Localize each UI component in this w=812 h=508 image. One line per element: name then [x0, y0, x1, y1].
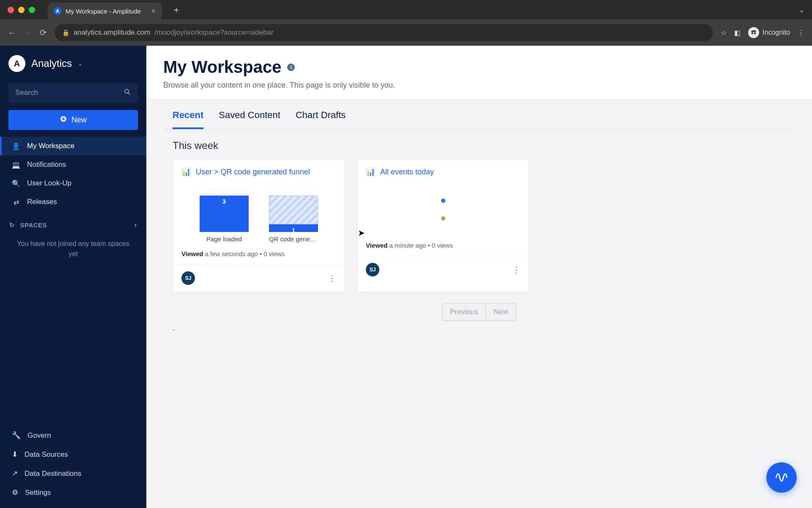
incognito-indicator[interactable]: Incognito	[748, 27, 790, 38]
releases-icon: ⇄	[12, 198, 20, 206]
amplitude-favicon-icon: A	[54, 7, 61, 15]
sidebar-item-my-workspace[interactable]: 👤My Workspace	[0, 137, 146, 155]
next-button[interactable]: Next	[486, 303, 516, 321]
bar-value: 3	[200, 196, 249, 232]
sidebar-item-settings[interactable]: ⚙Settings	[0, 483, 146, 502]
person-icon: 👤	[12, 142, 20, 150]
page-title: My Workspace	[163, 58, 281, 77]
main-content: My Workspace i Browse all your content i…	[146, 46, 812, 508]
chart-icon: 📊	[181, 167, 191, 177]
amplitude-logo-icon	[774, 469, 789, 486]
panel-icon[interactable]: ◧	[734, 29, 741, 37]
previous-button[interactable]: Previous	[442, 303, 486, 321]
funnel-bar-1: 1 QR code generat...	[269, 196, 318, 243]
sidebar-item-user-lookup[interactable]: 🔍User Look-Up	[0, 174, 146, 193]
maximize-window-icon[interactable]	[29, 7, 35, 13]
browser-chrome: A My Workspace - Amplitude × ＋ ⌄ ← → ⟳ 🔒…	[0, 0, 812, 46]
chevron-right-icon[interactable]: ›	[134, 221, 137, 229]
search-input[interactable]	[15, 88, 123, 97]
search-input-wrap[interactable]	[8, 83, 138, 102]
chart-icon: 📊	[366, 167, 375, 177]
scatter-point-a	[441, 199, 445, 203]
tabs-dropdown-icon[interactable]: ⌄	[799, 6, 804, 14]
tab-chart-drafts[interactable]: Chart Drafts	[296, 110, 346, 129]
pagination: Previous Next	[163, 303, 795, 321]
card-all-events[interactable]: 📊 All events today Viewed a minute ago •	[357, 159, 529, 292]
url-path: /moodjoy/workspace?source=sidebar	[154, 28, 273, 37]
minimize-window-icon[interactable]	[18, 7, 25, 13]
forward-button[interactable]: →	[24, 28, 32, 38]
card-title[interactable]: All events today	[380, 168, 434, 177]
new-button[interactable]: New	[8, 110, 138, 130]
incognito-label: Incognito	[763, 29, 790, 36]
page-header: My Workspace i Browse all your content i…	[146, 46, 812, 99]
viewed-label: Viewed	[181, 250, 203, 257]
bar-label: Page loaded	[206, 235, 242, 243]
cards-row: 📊 User > QR code generated funnel 3 Page…	[163, 159, 795, 292]
url-host: analytics.amplitude.com	[74, 28, 150, 37]
views-count: 0 views	[263, 250, 285, 257]
scatter-chart	[365, 188, 521, 234]
browser-tab[interactable]: A My Workspace - Amplitude ×	[48, 3, 162, 19]
svg-line-3	[128, 93, 130, 94]
card-title[interactable]: User > QR code generated funnel	[196, 168, 310, 177]
viewed-time: a minute ago	[390, 242, 426, 249]
sidebar-item-notifications[interactable]: 💻Notifications	[0, 155, 146, 174]
dash-text: -	[163, 321, 795, 339]
svg-point-1	[754, 32, 756, 34]
new-tab-button[interactable]: ＋	[172, 3, 181, 16]
kebab-menu-icon[interactable]: ⋮	[798, 29, 804, 37]
funnel-chart: 3 Page loaded 1 QR code generat...	[181, 188, 337, 243]
card-kebab-icon[interactable]: ⋯	[512, 266, 522, 274]
svg-point-0	[752, 32, 754, 34]
spaces-empty-text: You have not joined any team spaces yet	[0, 235, 146, 263]
back-button[interactable]: ←	[8, 28, 16, 38]
assistant-fab[interactable]	[766, 462, 797, 493]
card-meta: Viewed a minute ago • 0 views	[357, 240, 529, 256]
spaces-header[interactable]: ↻ SPACES ›	[0, 211, 146, 235]
app-root: A Analytics ⌄ New 👤My Workspace 💻Notific…	[0, 46, 812, 508]
external-icon: ↗	[12, 469, 18, 478]
close-window-icon[interactable]	[8, 7, 14, 13]
card-meta: Viewed a few seconds ago • 0 views	[173, 248, 345, 264]
window-controls	[8, 7, 35, 13]
chevron-down-icon[interactable]: ⌄	[78, 60, 83, 67]
views-count: 0 views	[432, 242, 453, 249]
lock-icon: 🔒	[62, 29, 69, 36]
incognito-icon	[748, 27, 759, 38]
refresh-icon: ↻	[9, 221, 15, 229]
avatar[interactable]: SJ	[181, 271, 195, 285]
viewed-label: Viewed	[366, 242, 387, 249]
bookmark-icon[interactable]: ☆	[721, 29, 727, 37]
sidebar-item-data-sources[interactable]: ⬇Data Sources	[0, 445, 146, 464]
titlebar: A My Workspace - Amplitude × ＋ ⌄	[0, 0, 812, 19]
close-tab-icon[interactable]: ×	[151, 7, 156, 16]
page-subtitle: Browse all your content in one place. Th…	[163, 81, 795, 90]
sidebar-item-data-destinations[interactable]: ↗Data Destinations	[0, 464, 146, 483]
toolbar-right: ☆ ◧ Incognito ⋮	[721, 27, 804, 38]
section-title: This week	[163, 130, 795, 159]
bar-dropoff-hatch	[269, 196, 318, 224]
content-tabs: Recent Saved Content Chart Drafts	[163, 102, 795, 130]
bar-value: 1	[269, 224, 318, 232]
viewed-time: a few seconds ago	[205, 250, 258, 257]
wrench-icon: 🔧	[12, 431, 21, 440]
search-icon[interactable]	[123, 88, 131, 97]
reload-button[interactable]: ⟳	[40, 28, 47, 38]
sidebar-header[interactable]: A Analytics ⌄	[0, 46, 146, 81]
tab-title: My Workspace - Amplitude	[66, 8, 141, 15]
tab-recent[interactable]: Recent	[173, 110, 203, 129]
user-lookup-icon: 🔍	[12, 179, 20, 188]
sidebar-item-releases[interactable]: ⇄Releases	[0, 193, 146, 211]
tab-saved-content[interactable]: Saved Content	[219, 110, 280, 129]
address-bar[interactable]: 🔒 analytics.amplitude.com/moodjoy/worksp…	[55, 24, 713, 41]
sidebar-nav: 👤My Workspace 💻Notifications 🔍User Look-…	[0, 137, 146, 211]
info-icon[interactable]: i	[287, 64, 295, 71]
sidebar-item-govern[interactable]: 🔧Govern	[0, 426, 146, 445]
card-funnel[interactable]: 📊 User > QR code generated funnel 3 Page…	[173, 159, 345, 292]
card-kebab-icon[interactable]: ⋯	[327, 274, 337, 282]
content-area: Recent Saved Content Chart Drafts This w…	[146, 99, 812, 508]
app-logo-icon: A	[8, 55, 25, 72]
avatar[interactable]: SJ	[366, 263, 379, 276]
gear-icon: ⚙	[12, 488, 18, 497]
